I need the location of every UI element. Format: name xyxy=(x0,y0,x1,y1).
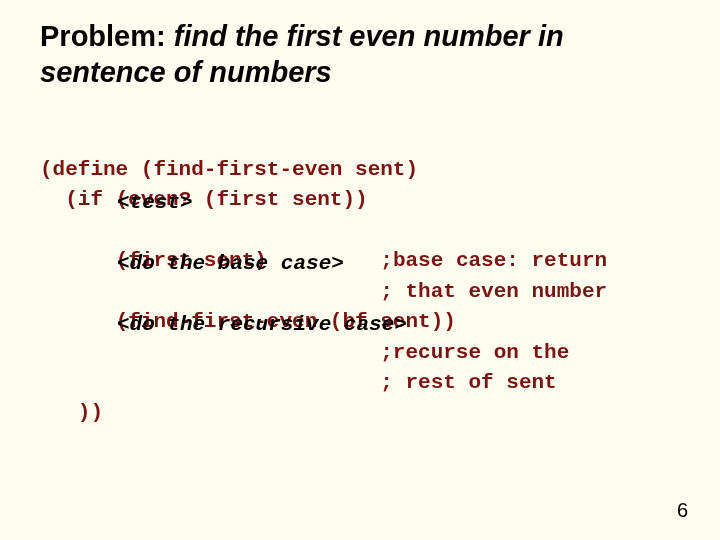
code-line-1: (define (find-first-even sent) xyxy=(40,158,418,181)
code-line-2: (if (even? (first sent))<test> xyxy=(40,188,368,211)
code-l2a: (if xyxy=(40,188,116,211)
code-line-4: (first sent) ;base case: return<do the b… xyxy=(40,249,607,272)
code-l4b: (first sent) xyxy=(116,249,267,272)
slide-title: Problem: find the first even number in s… xyxy=(40,18,680,91)
title-roman: Problem: xyxy=(40,20,174,52)
code-line-8: ; rest of sent xyxy=(40,371,557,394)
code-line-9: )) xyxy=(40,401,103,424)
slide: Problem: find the first even number in s… xyxy=(0,0,720,540)
code-l4a xyxy=(40,249,116,272)
code-line-7: ;recurse on the xyxy=(40,341,569,364)
code-l6b: (find-first-even (bf sent)) xyxy=(116,310,456,333)
code-l4c: ;base case: return xyxy=(267,249,607,272)
code-l6a xyxy=(40,310,116,333)
code-l2b: (even? (first sent)) xyxy=(116,188,368,211)
page-number: 6 xyxy=(677,499,688,522)
code-line-5: ; that even number xyxy=(40,280,607,303)
code-line-6: (find-first-even (bf sent))<do the recur… xyxy=(40,310,456,333)
code-block: (define (find-first-even sent) (if (even… xyxy=(40,125,680,460)
